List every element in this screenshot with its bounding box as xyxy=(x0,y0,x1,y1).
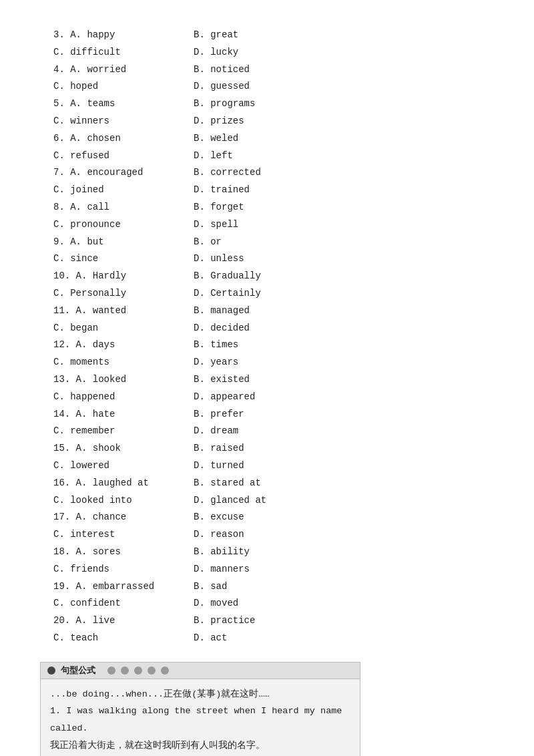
qa-col-b: D. left xyxy=(187,148,334,165)
qa-col-b: D. manners xyxy=(187,561,334,578)
qa-col-a: 15. A. shook xyxy=(40,440,187,457)
qa-col-b: B. excuse xyxy=(187,509,334,526)
qa-col-a: 8. A. call xyxy=(40,199,187,216)
qa-col-b: D. glanced at xyxy=(187,492,334,510)
qa-col-b: B. Gradually xyxy=(187,268,334,285)
qa-col-b: B. stared at xyxy=(187,475,334,492)
qa-col-b: B. weled xyxy=(187,130,334,148)
qa-col-a: C. hoped xyxy=(40,78,187,96)
qa-col-a: C. joined xyxy=(40,182,187,199)
sentence-line: ...be doing...when...正在做(某事)就在这时…… xyxy=(50,686,350,703)
qa-col-a: C. began xyxy=(40,320,187,337)
qa-col-b: D. unless xyxy=(187,250,334,268)
qa-col-a: 19. A. embarrassed xyxy=(40,578,187,596)
qa-col-a: C. Personally xyxy=(40,285,187,303)
qa-col-a: 14. A. hate xyxy=(40,406,187,423)
qa-col-a: C. confident xyxy=(40,595,187,612)
qa-col-a: C. looked into xyxy=(40,492,187,510)
qa-col-a: C. moments xyxy=(40,354,187,371)
qa-col-a: C. pronounce xyxy=(40,216,187,234)
sentence-title-bar: 句型公式 xyxy=(41,663,360,679)
qa-col-a: 3. A. happy xyxy=(40,27,187,44)
qa-col-b: B. existed xyxy=(187,371,334,389)
qa-col-b: D. reason xyxy=(187,526,334,544)
qa-section: 3. A. happyB. great C. difficultD. lucky… xyxy=(40,27,494,647)
sentence-body: ...be doing...when...正在做(某事)就在这时……1. I w… xyxy=(41,679,360,756)
qa-col-b: B. noticed xyxy=(187,61,334,79)
dot1 xyxy=(107,667,115,675)
qa-col-a: C. friends xyxy=(40,561,187,578)
qa-col-a: C. since xyxy=(40,250,187,268)
qa-col-a: C. difficult xyxy=(40,44,187,61)
qa-col-a: 10. A. Hardly xyxy=(40,268,187,285)
qa-col-a: 17. A. chance xyxy=(40,509,187,526)
qa-col-b: B. ability xyxy=(187,544,334,561)
qa-col-b: D. decided xyxy=(187,320,334,337)
sentence-line: 1. I was walking along the street when I… xyxy=(50,703,350,737)
qa-col-a: C. lowered xyxy=(40,457,187,475)
dot2 xyxy=(121,667,129,675)
qa-col-b: B. times xyxy=(187,337,334,354)
qa-col-b: B. raised xyxy=(187,440,334,457)
qa-col-b: D. appeared xyxy=(187,389,334,406)
qa-col-b: B. sad xyxy=(187,578,334,596)
qa-col-b: D. years xyxy=(187,354,334,371)
qa-col-b: D. act xyxy=(187,630,334,647)
qa-col-b: B. prefer xyxy=(187,406,334,423)
qa-col-b: B. programs xyxy=(187,96,334,113)
qa-col-a: 11. A. wanted xyxy=(40,303,187,320)
qa-col-b: B. forget xyxy=(187,199,334,216)
qa-col-a: 20. A. live xyxy=(40,612,187,630)
qa-col-b: B. managed xyxy=(187,303,334,320)
qa-col-b: D. lucky xyxy=(187,44,334,61)
qa-col-a: C. teach xyxy=(40,630,187,647)
qa-col-b: D. trained xyxy=(187,182,334,199)
qa-col-a: C. remember xyxy=(40,423,187,440)
qa-grid: 3. A. happyB. great C. difficultD. lucky… xyxy=(40,27,494,647)
qa-col-a: C. winners xyxy=(40,113,187,130)
qa-col-b: D. Certainly xyxy=(187,285,334,303)
qa-col-a: 6. A. chosen xyxy=(40,130,187,148)
sentence-title-label: 句型公式 xyxy=(61,665,95,677)
qa-col-b: B. practice xyxy=(187,612,334,630)
qa-col-b: D. turned xyxy=(187,457,334,475)
qa-col-a: C. refused xyxy=(40,148,187,165)
qa-col-a: 16. A. laughed at xyxy=(40,475,187,492)
sentence-line: 我正沿着大街走，就在这时我听到有人叫我的名字。 xyxy=(50,737,350,755)
qa-col-a: C. happened xyxy=(40,389,187,406)
qa-col-b: D. guessed xyxy=(187,78,334,96)
qa-col-a: 5. A. teams xyxy=(40,96,187,113)
qa-col-b: D. dream xyxy=(187,423,334,440)
qa-col-a: 7. A. encouraged xyxy=(40,164,187,182)
qa-col-b: B. great xyxy=(187,27,334,44)
dot4 xyxy=(148,667,156,675)
qa-col-a: 12. A. days xyxy=(40,337,187,354)
qa-col-b: D. prizes xyxy=(187,113,334,130)
qa-col-b: B. or xyxy=(187,234,334,251)
qa-col-a: 18. A. sores xyxy=(40,544,187,561)
dot3 xyxy=(134,667,142,675)
qa-col-a: 9. A. but xyxy=(40,234,187,251)
qa-col-b: B. corrected xyxy=(187,164,334,182)
sentence-box: 句型公式 ...be doing...when...正在做(某事)就在这时……1… xyxy=(40,662,360,756)
qa-col-a: 13. A. looked xyxy=(40,371,187,389)
qa-col-a: 4. A. worried xyxy=(40,61,187,79)
dot5 xyxy=(161,667,169,675)
radio-dot xyxy=(47,667,55,675)
qa-col-b: D. spell xyxy=(187,216,334,234)
qa-col-b: D. moved xyxy=(187,595,334,612)
qa-col-a: C. interest xyxy=(40,526,187,544)
